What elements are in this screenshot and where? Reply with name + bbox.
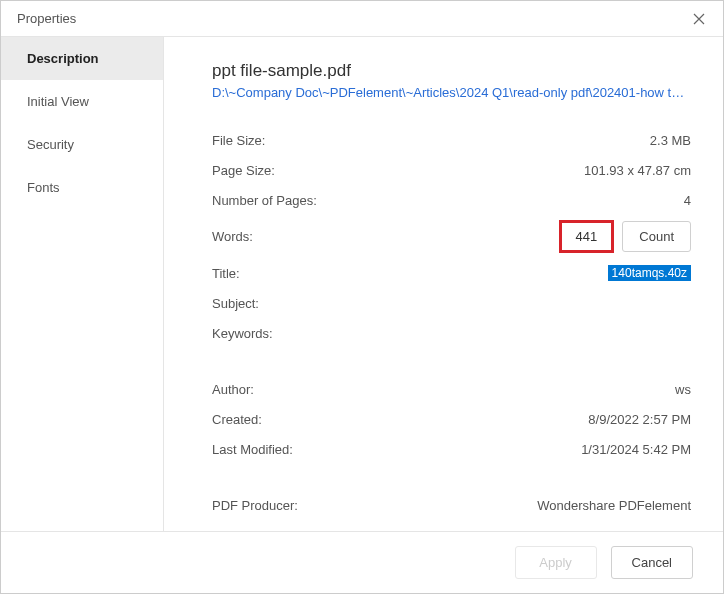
label-author: Author:	[212, 382, 254, 397]
row-producer: PDF Producer: Wondershare PDFelement	[212, 495, 691, 515]
value-modified: 1/31/2024 5:42 PM	[581, 442, 691, 457]
sidebar-item-description[interactable]: Description	[1, 37, 163, 80]
row-page-size: Page Size: 101.93 x 47.87 cm	[212, 160, 691, 180]
row-created: Created: 8/9/2022 2:57 PM	[212, 409, 691, 429]
dialog-footer: Apply Cancel	[1, 531, 723, 593]
sidebar-item-label: Fonts	[27, 180, 60, 195]
apply-button[interactable]: Apply	[515, 546, 597, 579]
sidebar-item-label: Description	[27, 51, 99, 66]
label-subject: Subject:	[212, 296, 259, 311]
count-button[interactable]: Count	[622, 221, 691, 252]
row-modified: Last Modified: 1/31/2024 5:42 PM	[212, 439, 691, 459]
row-num-pages: Number of Pages: 4	[212, 190, 691, 210]
content-panel: ppt file-sample.pdf D:\~Company Doc\~PDF…	[164, 37, 723, 531]
properties-dialog: Properties Description Initial View Secu…	[0, 0, 724, 594]
row-keywords: Keywords:	[212, 323, 691, 343]
value-words: 441	[559, 220, 615, 253]
sidebar-item-security[interactable]: Security	[1, 123, 163, 166]
words-right-group: 441 Count	[559, 220, 691, 253]
close-button[interactable]	[683, 5, 715, 33]
dialog-title: Properties	[17, 11, 76, 26]
sidebar-item-initial-view[interactable]: Initial View	[1, 80, 163, 123]
label-page-size: Page Size:	[212, 163, 275, 178]
section-gap	[212, 469, 691, 495]
value-num-pages: 4	[684, 193, 691, 208]
label-producer: PDF Producer:	[212, 498, 298, 513]
label-created: Created:	[212, 412, 262, 427]
value-page-size: 101.93 x 47.87 cm	[584, 163, 691, 178]
file-name: ppt file-sample.pdf	[212, 61, 691, 81]
value-created: 8/9/2022 2:57 PM	[588, 412, 691, 427]
value-title[interactable]: 140tamqs.40z	[608, 265, 691, 281]
label-modified: Last Modified:	[212, 442, 293, 457]
value-producer: Wondershare PDFelement	[537, 498, 691, 513]
cancel-button[interactable]: Cancel	[611, 546, 693, 579]
titlebar: Properties	[1, 1, 723, 37]
row-title: Title: 140tamqs.40z	[212, 263, 691, 283]
sidebar-item-fonts[interactable]: Fonts	[1, 166, 163, 209]
row-words: Words: 441 Count	[212, 220, 691, 253]
label-words: Words:	[212, 229, 253, 244]
row-author: Author: ws	[212, 379, 691, 399]
dialog-body: Description Initial View Security Fonts …	[1, 37, 723, 531]
label-file-size: File Size:	[212, 133, 265, 148]
value-file-size: 2.3 MB	[650, 133, 691, 148]
sidebar: Description Initial View Security Fonts	[1, 37, 164, 531]
label-keywords: Keywords:	[212, 326, 273, 341]
label-num-pages: Number of Pages:	[212, 193, 317, 208]
sidebar-item-label: Initial View	[27, 94, 89, 109]
close-icon	[693, 13, 705, 25]
section-gap	[212, 353, 691, 379]
row-subject: Subject:	[212, 293, 691, 313]
row-file-size: File Size: 2.3 MB	[212, 130, 691, 150]
value-author[interactable]: ws	[675, 382, 691, 397]
file-path[interactable]: D:\~Company Doc\~PDFelement\~Articles\20…	[212, 85, 691, 100]
label-title: Title:	[212, 266, 240, 281]
sidebar-item-label: Security	[27, 137, 74, 152]
